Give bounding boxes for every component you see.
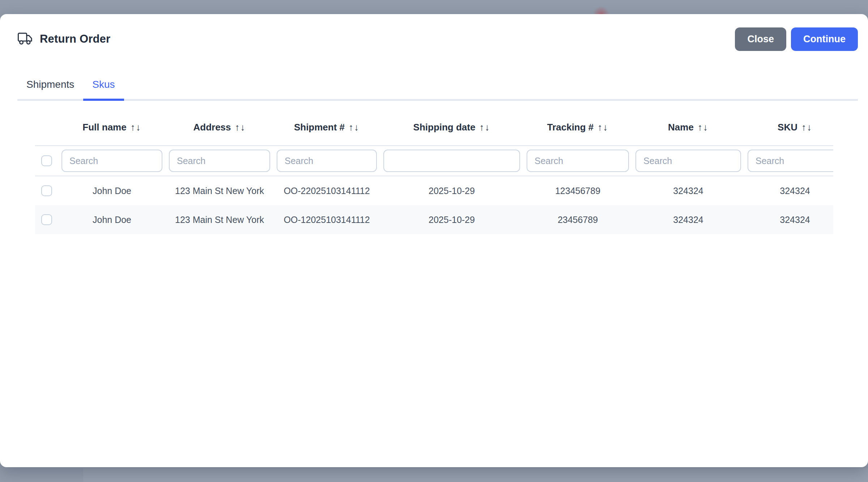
column-header-sku[interactable]: SKU ↑↓ bbox=[744, 122, 833, 133]
modal-header: Return Order Close Continue bbox=[17, 27, 858, 51]
search-input-address[interactable] bbox=[169, 150, 270, 172]
column-label: Address bbox=[193, 122, 231, 133]
search-input-shipment[interactable] bbox=[277, 150, 377, 172]
tab-shipments[interactable]: Shipments bbox=[17, 76, 83, 99]
cell-shipment: OO-22025103141112 bbox=[273, 186, 380, 196]
page-title: Return Order bbox=[40, 33, 110, 46]
continue-button[interactable]: Continue bbox=[791, 27, 858, 51]
search-input-shipping-date[interactable] bbox=[383, 150, 520, 172]
sort-icon[interactable]: ↑↓ bbox=[698, 122, 709, 133]
column-header-address[interactable]: Address ↑↓ bbox=[166, 122, 273, 133]
column-header-full-name[interactable]: Full name ↑↓ bbox=[58, 122, 166, 133]
sort-icon[interactable]: ↑↓ bbox=[131, 122, 141, 133]
cell-sku: 324324 bbox=[744, 186, 833, 196]
cell-shipping-date: 2025-10-29 bbox=[380, 186, 523, 196]
cell-full-name: John Doe bbox=[58, 215, 166, 225]
select-all-checkbox[interactable] bbox=[41, 155, 52, 166]
truck-icon bbox=[17, 33, 33, 46]
column-label: SKU bbox=[778, 122, 797, 133]
column-label: Full name bbox=[82, 122, 126, 133]
cell-tracking: 123456789 bbox=[523, 186, 632, 196]
header-buttons: Close Continue bbox=[735, 27, 858, 51]
search-input-name[interactable] bbox=[635, 150, 741, 172]
cell-name: 324324 bbox=[632, 186, 744, 196]
cell-shipping-date: 2025-10-29 bbox=[380, 215, 523, 225]
sort-icon[interactable]: ↑↓ bbox=[479, 122, 490, 133]
cell-tracking: 23456789 bbox=[523, 215, 632, 225]
column-header-shipment[interactable]: Shipment # ↑↓ bbox=[273, 122, 380, 133]
row-checkbox[interactable] bbox=[41, 214, 52, 225]
column-label: Tracking # bbox=[547, 122, 594, 133]
search-input-sku[interactable] bbox=[748, 150, 833, 172]
background-page-artifact bbox=[83, 468, 868, 482]
sort-icon[interactable]: ↑↓ bbox=[349, 122, 359, 133]
tab-bar: Shipments Skus bbox=[17, 76, 858, 101]
table-filter-row bbox=[35, 146, 833, 176]
search-input-tracking[interactable] bbox=[527, 150, 629, 172]
cell-sku: 324324 bbox=[744, 215, 833, 225]
table-row[interactable]: John Doe 123 Main St New York OO-2202510… bbox=[35, 176, 833, 205]
cell-shipment: OO-12025103141112 bbox=[273, 215, 380, 225]
column-label: Name bbox=[668, 122, 694, 133]
tab-skus[interactable]: Skus bbox=[83, 76, 124, 99]
close-button[interactable]: Close bbox=[735, 27, 786, 51]
column-label: Shipment # bbox=[294, 122, 345, 133]
title-wrap: Return Order bbox=[17, 33, 110, 46]
cell-address: 123 Main St New York bbox=[166, 215, 273, 225]
search-input-full-name[interactable] bbox=[61, 150, 162, 172]
sort-icon[interactable]: ↑↓ bbox=[235, 122, 246, 133]
skus-table: Full name ↑↓ Address ↑↓ Shipment # ↑↓ Sh… bbox=[35, 118, 833, 234]
column-label: Shipping date bbox=[413, 122, 476, 133]
sort-icon[interactable]: ↑↓ bbox=[597, 122, 608, 133]
return-order-modal: Return Order Close Continue Shipments Sk… bbox=[0, 14, 868, 467]
table-row[interactable]: John Doe 123 Main St New York OO-1202510… bbox=[35, 205, 833, 234]
cell-name: 324324 bbox=[632, 215, 744, 225]
sort-icon[interactable]: ↑↓ bbox=[801, 122, 812, 133]
row-checkbox[interactable] bbox=[41, 185, 52, 196]
column-header-tracking[interactable]: Tracking # ↑↓ bbox=[523, 122, 632, 133]
column-header-shipping-date[interactable]: Shipping date ↑↓ bbox=[380, 122, 523, 133]
cell-address: 123 Main St New York bbox=[166, 186, 273, 196]
column-header-name[interactable]: Name ↑↓ bbox=[632, 122, 744, 133]
cell-full-name: John Doe bbox=[58, 186, 166, 196]
table-header-row: Full name ↑↓ Address ↑↓ Shipment # ↑↓ Sh… bbox=[35, 118, 833, 146]
